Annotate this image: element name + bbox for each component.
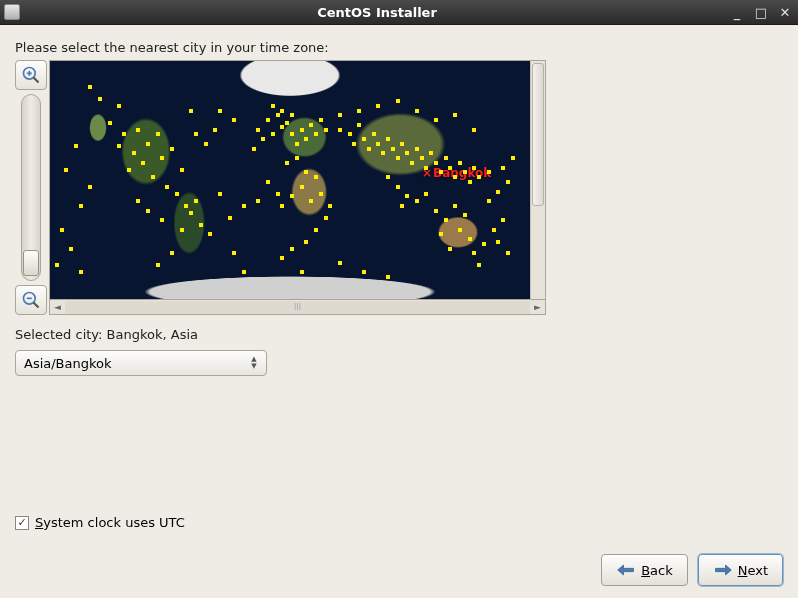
city-dot[interactable]: [405, 194, 409, 198]
city-dot[interactable]: [501, 166, 505, 170]
city-dot[interactable]: [453, 204, 457, 208]
city-dot[interactable]: [400, 204, 404, 208]
city-dot[interactable]: [146, 142, 150, 146]
city-dot[interactable]: [64, 168, 68, 172]
city-dot[interactable]: [482, 242, 486, 246]
city-dot[interactable]: [256, 199, 260, 203]
city-dot[interactable]: [290, 132, 294, 136]
city-dot[interactable]: [228, 216, 232, 220]
city-dot[interactable]: [79, 204, 83, 208]
city-dot[interactable]: [170, 147, 174, 151]
map-horizontal-scrollbar[interactable]: ◄ III ►: [49, 300, 546, 315]
city-dot[interactable]: [439, 232, 443, 236]
city-dot[interactable]: [280, 109, 284, 113]
city-dot[interactable]: [290, 113, 294, 117]
city-dot[interactable]: [424, 166, 428, 170]
city-dot[interactable]: [472, 251, 476, 255]
city-dot[interactable]: [448, 166, 452, 170]
city-dot[interactable]: [415, 109, 419, 113]
city-dot[interactable]: [448, 247, 452, 251]
city-dot[interactable]: [434, 209, 438, 213]
city-dot[interactable]: [88, 85, 92, 89]
city-dot[interactable]: [410, 161, 414, 165]
city-dot[interactable]: [352, 142, 356, 146]
city-dot[interactable]: [472, 166, 476, 170]
city-dot[interactable]: [338, 261, 342, 265]
city-dot[interactable]: [304, 170, 308, 174]
city-dot[interactable]: [204, 142, 208, 146]
city-dot[interactable]: [60, 228, 64, 232]
city-dot[interactable]: [295, 142, 299, 146]
city-dot[interactable]: [506, 251, 510, 255]
city-dot[interactable]: [218, 109, 222, 113]
city-dot[interactable]: [156, 132, 160, 136]
city-dot[interactable]: [252, 147, 256, 151]
city-dot[interactable]: [357, 109, 361, 113]
timezone-select[interactable]: Asia/Bangkok ▲▼: [15, 350, 267, 376]
scroll-left-arrow[interactable]: ◄: [50, 301, 65, 314]
city-dot[interactable]: [271, 132, 275, 136]
city-dot[interactable]: [386, 275, 390, 279]
city-dot[interactable]: [415, 199, 419, 203]
city-dot[interactable]: [280, 256, 284, 260]
city-dot[interactable]: [165, 185, 169, 189]
city-dot[interactable]: [420, 156, 424, 160]
city-dot[interactable]: [324, 128, 328, 132]
city-dot[interactable]: [424, 192, 428, 196]
city-dot[interactable]: [396, 185, 400, 189]
city-dot[interactable]: [434, 118, 438, 122]
city-dot[interactable]: [444, 156, 448, 160]
city-dot[interactable]: [444, 218, 448, 222]
city-dot[interactable]: [261, 137, 265, 141]
city-dot[interactable]: [381, 151, 385, 155]
city-dot[interactable]: [156, 263, 160, 267]
city-dot[interactable]: [496, 240, 500, 244]
city-dot[interactable]: [391, 147, 395, 151]
city-dot[interactable]: [208, 232, 212, 236]
city-dot[interactable]: [98, 97, 102, 101]
city-dot[interactable]: [429, 151, 433, 155]
timezone-map[interactable]: Bangkok: [50, 61, 530, 299]
city-dot[interactable]: [160, 218, 164, 222]
city-dot[interactable]: [487, 170, 491, 174]
city-dot[interactable]: [117, 104, 121, 108]
map-vertical-scrollbar[interactable]: [530, 61, 545, 299]
city-dot[interactable]: [453, 113, 457, 117]
zoom-out-button[interactable]: [15, 285, 47, 315]
city-dot[interactable]: [290, 247, 294, 251]
city-dot[interactable]: [199, 223, 203, 227]
city-dot[interactable]: [314, 228, 318, 232]
city-dot[interactable]: [328, 204, 332, 208]
city-dot[interactable]: [108, 121, 112, 125]
city-dot[interactable]: [319, 192, 323, 196]
scrollbar-track[interactable]: III: [65, 301, 530, 314]
city-dot[interactable]: [55, 263, 59, 267]
city-dot[interactable]: [492, 228, 496, 232]
back-button[interactable]: Back: [601, 554, 688, 586]
scroll-right-arrow[interactable]: ►: [530, 301, 545, 314]
city-dot[interactable]: [453, 175, 457, 179]
city-dot[interactable]: [290, 194, 294, 198]
city-dot[interactable]: [280, 204, 284, 208]
city-dot[interactable]: [127, 168, 131, 172]
city-dot[interactable]: [367, 147, 371, 151]
city-dot[interactable]: [496, 190, 500, 194]
city-dot[interactable]: [122, 132, 126, 136]
city-dot[interactable]: [468, 180, 472, 184]
zoom-slider-thumb[interactable]: [23, 250, 39, 276]
city-dot[interactable]: [463, 213, 467, 217]
city-dot[interactable]: [194, 199, 198, 203]
city-dot[interactable]: [338, 113, 342, 117]
city-dot[interactable]: [74, 144, 78, 148]
maximize-button[interactable]: □: [752, 4, 770, 20]
city-dot[interactable]: [232, 251, 236, 255]
city-dot[interactable]: [136, 199, 140, 203]
city-dot[interactable]: [324, 216, 328, 220]
next-button[interactable]: Next: [698, 554, 783, 586]
city-dot[interactable]: [218, 192, 222, 196]
utc-checkbox-row[interactable]: ✓ System clock uses UTC: [15, 515, 185, 530]
city-dot[interactable]: [242, 270, 246, 274]
city-dot[interactable]: [132, 151, 136, 155]
city-dot[interactable]: [386, 175, 390, 179]
city-dot[interactable]: [487, 199, 491, 203]
